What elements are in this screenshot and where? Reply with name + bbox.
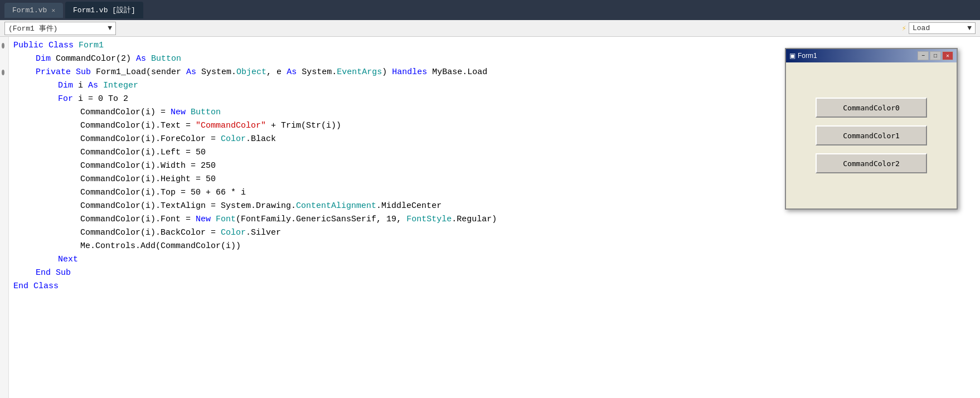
kw-private: Private [36, 66, 76, 79]
backcolor-assign: CommandColor(i).BackColor = [80, 226, 221, 240]
var-i: i [78, 79, 88, 93]
for-expr: i = 0 To 2 [78, 93, 128, 106]
type-font: Font [216, 213, 236, 226]
kw-new-1: New [171, 106, 191, 119]
toolbar-row: (Form1 事件) ▼ ⚡ Load ▼ [0, 20, 980, 37]
kw-as-4: As [88, 79, 103, 93]
kw-next: Next [58, 253, 78, 266]
mybase-load: MyBase.Load [432, 66, 487, 79]
tab-form1vb-design[interactable]: Form1.vb [設計] [65, 2, 143, 18]
kw-class: Class [48, 39, 79, 52]
preview-title-label: Form1 [798, 52, 817, 60]
preview-window: ▣ Form1 − □ ✕ CommandColor0 CommandColor… [785, 48, 958, 210]
gutter-8 [0, 133, 8, 146]
gutter-13 [0, 200, 8, 213]
kw-handles: Handles [392, 66, 432, 79]
code-line-14: CommandColor(i).Font = New Font (FontFam… [13, 213, 980, 226]
tab-form1vb[interactable]: Form1.vb ✕ [4, 3, 63, 18]
kw-for: For [58, 93, 78, 106]
code-line-18: End Sub [13, 266, 980, 280]
toolbar-right: ⚡ Load ▼ [902, 22, 976, 34]
kw-as-1: As [136, 52, 151, 66]
event-dropdown-label: (Form1 事件) [8, 23, 57, 33]
preview-button-2[interactable]: CommandColor2 [816, 153, 927, 173]
code-line-15: CommandColor(i).BackColor = Color .Silve… [13, 226, 980, 240]
gutter-11 [0, 173, 8, 186]
preview-controls: − □ ✕ [918, 51, 953, 60]
controls-add: Me.Controls.Add(CommandColor(i)) [80, 240, 241, 253]
left-assign: CommandColor(i).Left = 50 [80, 146, 206, 159]
tab-form1vb-close[interactable]: ✕ [51, 7, 55, 14]
top-assign: CommandColor(i).Top = 50 + 66 * i [80, 186, 246, 200]
system-dot-2: System. [302, 66, 337, 79]
code-line-19: End Class [13, 280, 980, 293]
gutter-19 [0, 280, 8, 293]
kw-dim-1: Dim [36, 52, 56, 66]
classname-form1: Form1 [79, 39, 104, 52]
string-commandcolor: "CommandColor" [196, 119, 266, 133]
preview-maximize-button[interactable]: □ [930, 51, 941, 60]
type-button-2: Button [191, 106, 221, 119]
type-object: Object [236, 66, 266, 79]
system-dot: System. [201, 66, 236, 79]
title-bar: Form1.vb ✕ Form1.vb [設計] [0, 0, 980, 20]
gutter-18 [0, 266, 8, 280]
paren-close: ) [382, 66, 392, 79]
preview-minimize-button[interactable]: − [918, 51, 929, 60]
type-eventargs: EventArgs [337, 66, 382, 79]
gutter-4 [0, 79, 8, 93]
preview-button-1[interactable]: CommandColor1 [816, 125, 927, 145]
type-integer: Integer [103, 79, 138, 93]
bolt-icon: ⚡ [902, 23, 906, 33]
method-dropdown-arrow: ▼ [967, 24, 972, 32]
gutter-9 [0, 146, 8, 159]
editor-container: Public Class Form1 Dim CommandColor(2) A… [0, 37, 980, 398]
method-dropdown-label: Load [913, 24, 930, 32]
preview-titlebar: ▣ Form1 − □ ✕ [786, 49, 957, 62]
assign-1: CommandColor(i) = [80, 106, 171, 119]
gutter-10 [0, 159, 8, 173]
kw-new-2: New [196, 213, 216, 226]
font-assign: CommandColor(i).Font = [80, 213, 196, 226]
var-commandcolor: CommandColor(2) [56, 52, 136, 66]
event-dropdown-arrow: ▼ [108, 24, 112, 32]
method-dropdown[interactable]: Load ▼ [909, 22, 976, 34]
gutter-6 [0, 106, 8, 119]
gutter-2 [0, 52, 8, 66]
kw-dim-2: Dim [58, 79, 78, 93]
type-color: Color [221, 133, 246, 146]
event-dropdown[interactable]: (Form1 事件) ▼ [4, 22, 116, 35]
code-line-16: Me.Controls.Add(CommandColor(i)) [13, 240, 980, 253]
kw-end-class: End Class [13, 280, 59, 293]
color-silver: .Silver [246, 226, 281, 240]
toolbar-left: (Form1 事件) ▼ [4, 22, 900, 35]
gutter-5 [0, 93, 8, 106]
preview-button-0[interactable]: CommandColor0 [816, 98, 927, 118]
param-e: , e [266, 66, 287, 79]
concat-str: + Trim(Str(i)) [266, 119, 341, 133]
line-gutter [0, 37, 9, 398]
preview-close-button[interactable]: ✕ [942, 51, 953, 60]
gutter-14 [0, 213, 8, 226]
middlecenter: .MiddleCenter [376, 200, 442, 213]
gutter-7 [0, 119, 8, 133]
forecolor-assign: CommandColor(i).ForeColor = [80, 133, 221, 146]
gutter-marker-1 [0, 39, 8, 52]
font-args: (FontFamily.GenericSansSerif, 19, [236, 213, 406, 226]
gutter-15 [0, 226, 8, 240]
text-assign: CommandColor(i).Text = [80, 119, 196, 133]
kw-as-2: As [186, 66, 201, 79]
width-assign: CommandColor(i).Width = 250 [80, 159, 216, 173]
gutter-16 [0, 240, 8, 253]
gutter-marker-3 [0, 66, 8, 79]
textalign-assign: CommandColor(i).TextAlign = System.Drawi… [80, 200, 296, 213]
tab-form1vb-label: Form1.vb [12, 6, 47, 14]
gutter-17 [0, 253, 8, 266]
color-black: .Black [246, 133, 276, 146]
font-regular: .Regular) [452, 213, 497, 226]
kw-sub: Sub [76, 66, 96, 79]
type-fontstyle: FontStyle [406, 213, 452, 226]
kw-end-sub: End Sub [36, 266, 71, 280]
gutter-12 [0, 186, 8, 200]
sub-name: Form1_Load(sender [96, 66, 186, 79]
